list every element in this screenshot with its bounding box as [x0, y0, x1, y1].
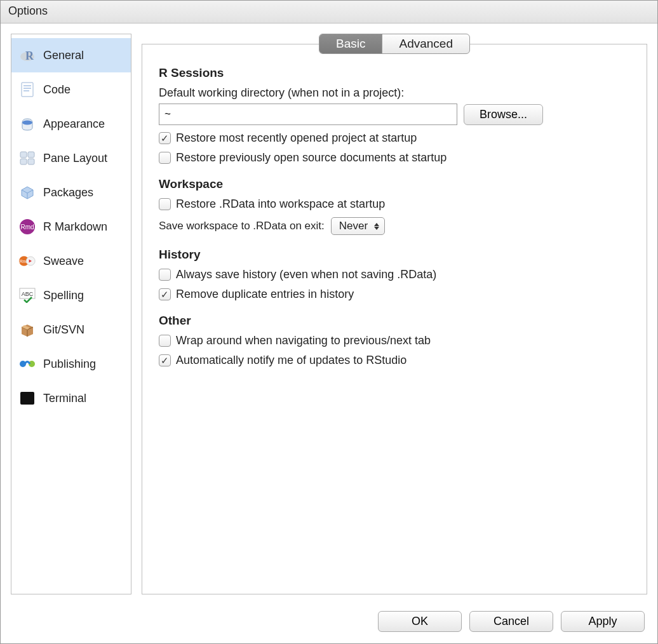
- document-icon: [19, 81, 36, 98]
- sidebar-item-label: Git/SVN: [43, 323, 84, 337]
- checkbox-label: Restore previously open source documents…: [176, 151, 446, 164]
- checkbox-wrap-tabs[interactable]: [159, 335, 171, 347]
- content-area: R General Code Appearance Pane Layout: [1, 23, 657, 605]
- carton-icon: [19, 321, 36, 338]
- sidebar-item-label: Appearance: [43, 117, 105, 131]
- checkbox-label: Remove duplicate entries in history: [176, 288, 354, 301]
- sidebar-item-pane-layout[interactable]: Pane Layout: [11, 141, 131, 175]
- sidebar-item-label: General: [43, 49, 84, 62]
- svg-point-6: [22, 121, 32, 125]
- svg-text:R: R: [25, 50, 34, 62]
- svg-rect-2: [22, 83, 33, 97]
- sidebar-item-label: Code: [43, 83, 70, 97]
- updown-caret-icon: [374, 223, 379, 230]
- sidebar-item-sweave[interactable]: Rnw Sweave: [11, 244, 131, 278]
- defaultwd-label: Default working directory (when not in a…: [159, 86, 630, 100]
- checkbox-restore-project[interactable]: [159, 132, 171, 144]
- svg-rect-7: [20, 152, 27, 158]
- spellcheck-icon: ABC: [19, 287, 36, 304]
- r-logo-icon: R: [19, 47, 36, 64]
- heading-other: Other: [159, 314, 630, 328]
- sidebar-item-label: Packages: [43, 186, 93, 199]
- sidebar-item-git-svn[interactable]: Git/SVN: [11, 312, 131, 347]
- heading-history: History: [159, 248, 630, 262]
- checkbox-label: Wrap around when navigating to previous/…: [176, 334, 431, 347]
- box-icon: [19, 184, 36, 201]
- sidebar-item-label: Pane Layout: [43, 152, 107, 165]
- sidebar-item-general[interactable]: R General: [11, 38, 131, 72]
- select-value: Never: [339, 220, 368, 232]
- svg-text:Rmd: Rmd: [20, 224, 34, 231]
- window-title: Options: [8, 4, 48, 17]
- checkbox-label: Restore most recently opened project at …: [176, 131, 417, 145]
- sidebar-item-terminal[interactable]: Terminal: [11, 381, 131, 415]
- cancel-button[interactable]: Cancel: [469, 611, 553, 632]
- defaultwd-input[interactable]: [159, 104, 457, 125]
- rmd-icon: Rmd: [19, 218, 36, 235]
- publish-icon: [19, 356, 36, 372]
- browse-button[interactable]: Browse...: [464, 104, 543, 125]
- paint-bucket-icon: [19, 116, 36, 132]
- checkbox-always-save-history[interactable]: [159, 269, 171, 281]
- svg-rect-9: [20, 159, 27, 164]
- sidebar-item-appearance[interactable]: Appearance: [11, 107, 131, 141]
- sidebar: R General Code Appearance Pane Layout: [11, 34, 131, 594]
- sidebar-item-packages[interactable]: Packages: [11, 175, 131, 210]
- svg-rect-8: [28, 152, 34, 158]
- checkbox-label: Restore .RData into workspace at startup: [176, 198, 385, 211]
- heading-workspace: Workspace: [159, 177, 630, 191]
- sidebar-item-label: Publishing: [43, 358, 96, 371]
- checkbox-label: Always save history (even when not savin…: [176, 268, 436, 281]
- settings-panel: R Sessions Default working directory (wh…: [142, 44, 647, 594]
- sidebar-item-publishing[interactable]: Publishing: [11, 347, 131, 381]
- svg-text:ABC: ABC: [22, 291, 34, 297]
- main-panel: Basic Advanced R Sessions Default workin…: [142, 34, 647, 594]
- terminal-icon: [19, 390, 36, 406]
- checkbox-restore-rdata[interactable]: [159, 198, 171, 210]
- checkbox-notify-updates[interactable]: [159, 354, 171, 366]
- dialog-footer: OK Cancel Apply: [1, 605, 657, 643]
- ok-button[interactable]: OK: [378, 611, 462, 632]
- sidebar-item-label: R Markdown: [43, 220, 107, 234]
- sidebar-item-label: Terminal: [43, 392, 86, 405]
- sidebar-item-rmarkdown[interactable]: Rmd R Markdown: [11, 210, 131, 244]
- heading-r-sessions: R Sessions: [159, 66, 630, 80]
- sweave-icon: Rnw: [19, 253, 36, 269]
- sidebar-item-label: Sweave: [43, 255, 84, 268]
- grid-icon: [19, 150, 36, 166]
- sidebar-item-spelling[interactable]: ABC Spelling: [11, 278, 131, 312]
- checkbox-restore-docs[interactable]: [159, 152, 171, 164]
- tab-bar: Basic Advanced: [142, 34, 647, 54]
- checkbox-label: Automatically notify me of updates to RS…: [176, 354, 406, 367]
- svg-rect-20: [20, 392, 34, 405]
- sidebar-item-label: Spelling: [43, 289, 84, 302]
- tab-basic[interactable]: Basic: [319, 34, 382, 53]
- apply-button[interactable]: Apply: [561, 611, 645, 632]
- save-on-exit-select[interactable]: Never: [331, 217, 385, 235]
- tab-advanced[interactable]: Advanced: [382, 34, 469, 53]
- window-titlebar: Options: [1, 1, 657, 23]
- sidebar-item-code[interactable]: Code: [11, 72, 131, 107]
- checkbox-remove-dup-history[interactable]: [159, 288, 171, 300]
- save-on-exit-label: Save workspace to .RData on exit:: [159, 220, 325, 232]
- svg-rect-10: [28, 159, 34, 164]
